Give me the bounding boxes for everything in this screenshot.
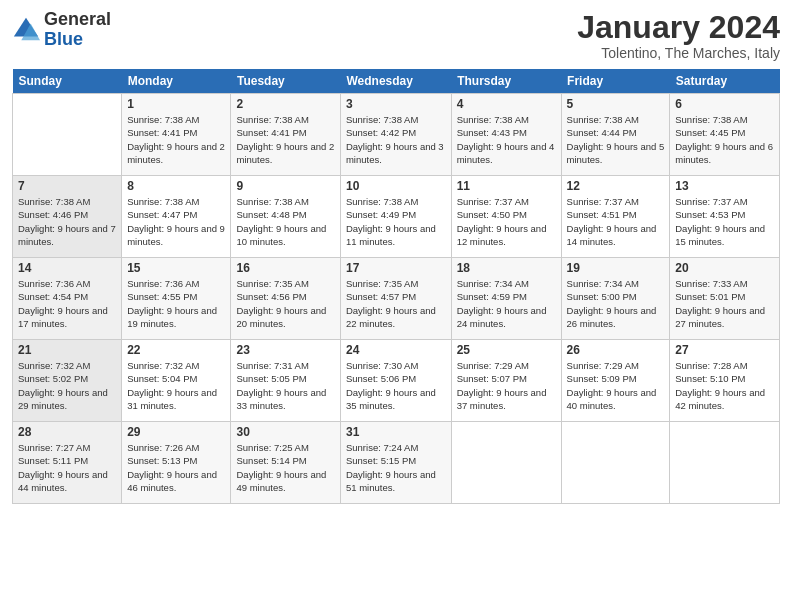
table-row: 17Sunrise: 7:35 AMSunset: 4:57 PMDayligh…: [340, 258, 451, 340]
col-sunday: Sunday: [13, 69, 122, 94]
day-info: Sunrise: 7:34 AMSunset: 5:00 PMDaylight:…: [567, 278, 657, 329]
day-number: 7: [18, 179, 116, 193]
day-info: Sunrise: 7:24 AMSunset: 5:15 PMDaylight:…: [346, 442, 436, 493]
day-number: 1: [127, 97, 225, 111]
table-row: 6Sunrise: 7:38 AMSunset: 4:45 PMDaylight…: [670, 94, 780, 176]
day-info: Sunrise: 7:37 AMSunset: 4:53 PMDaylight:…: [675, 196, 765, 247]
table-row: 26Sunrise: 7:29 AMSunset: 5:09 PMDayligh…: [561, 340, 670, 422]
day-number: 13: [675, 179, 774, 193]
day-number: 29: [127, 425, 225, 439]
table-row: 9Sunrise: 7:38 AMSunset: 4:48 PMDaylight…: [231, 176, 340, 258]
table-row: 13Sunrise: 7:37 AMSunset: 4:53 PMDayligh…: [670, 176, 780, 258]
calendar-table: Sunday Monday Tuesday Wednesday Thursday…: [12, 69, 780, 504]
table-row: 19Sunrise: 7:34 AMSunset: 5:00 PMDayligh…: [561, 258, 670, 340]
calendar-week-5: 28Sunrise: 7:27 AMSunset: 5:11 PMDayligh…: [13, 422, 780, 504]
day-info: Sunrise: 7:29 AMSunset: 5:09 PMDaylight:…: [567, 360, 657, 411]
day-info: Sunrise: 7:38 AMSunset: 4:47 PMDaylight:…: [127, 196, 225, 247]
day-number: 30: [236, 425, 334, 439]
day-number: 28: [18, 425, 116, 439]
calendar-week-3: 14Sunrise: 7:36 AMSunset: 4:54 PMDayligh…: [13, 258, 780, 340]
day-number: 6: [675, 97, 774, 111]
day-info: Sunrise: 7:34 AMSunset: 4:59 PMDaylight:…: [457, 278, 547, 329]
day-number: 3: [346, 97, 446, 111]
day-number: 8: [127, 179, 225, 193]
calendar-week-4: 21Sunrise: 7:32 AMSunset: 5:02 PMDayligh…: [13, 340, 780, 422]
table-row: 18Sunrise: 7:34 AMSunset: 4:59 PMDayligh…: [451, 258, 561, 340]
table-row: 12Sunrise: 7:37 AMSunset: 4:51 PMDayligh…: [561, 176, 670, 258]
table-row: [670, 422, 780, 504]
day-info: Sunrise: 7:38 AMSunset: 4:48 PMDaylight:…: [236, 196, 326, 247]
day-info: Sunrise: 7:38 AMSunset: 4:41 PMDaylight:…: [127, 114, 225, 165]
table-row: 28Sunrise: 7:27 AMSunset: 5:11 PMDayligh…: [13, 422, 122, 504]
day-info: Sunrise: 7:37 AMSunset: 4:51 PMDaylight:…: [567, 196, 657, 247]
table-row: 7Sunrise: 7:38 AMSunset: 4:46 PMDaylight…: [13, 176, 122, 258]
day-info: Sunrise: 7:38 AMSunset: 4:49 PMDaylight:…: [346, 196, 436, 247]
day-number: 27: [675, 343, 774, 357]
day-info: Sunrise: 7:31 AMSunset: 5:05 PMDaylight:…: [236, 360, 326, 411]
table-row: 27Sunrise: 7:28 AMSunset: 5:10 PMDayligh…: [670, 340, 780, 422]
col-saturday: Saturday: [670, 69, 780, 94]
day-number: 17: [346, 261, 446, 275]
day-number: 10: [346, 179, 446, 193]
table-row: 31Sunrise: 7:24 AMSunset: 5:15 PMDayligh…: [340, 422, 451, 504]
table-row: 2Sunrise: 7:38 AMSunset: 4:41 PMDaylight…: [231, 94, 340, 176]
table-row: 20Sunrise: 7:33 AMSunset: 5:01 PMDayligh…: [670, 258, 780, 340]
day-number: 18: [457, 261, 556, 275]
calendar-week-2: 7Sunrise: 7:38 AMSunset: 4:46 PMDaylight…: [13, 176, 780, 258]
day-info: Sunrise: 7:38 AMSunset: 4:44 PMDaylight:…: [567, 114, 665, 165]
day-number: 5: [567, 97, 665, 111]
table-row: 5Sunrise: 7:38 AMSunset: 4:44 PMDaylight…: [561, 94, 670, 176]
day-number: 16: [236, 261, 334, 275]
day-number: 12: [567, 179, 665, 193]
title-block: January 2024 Tolentino, The Marches, Ita…: [577, 10, 780, 61]
table-row: 1Sunrise: 7:38 AMSunset: 4:41 PMDaylight…: [122, 94, 231, 176]
logo-icon: [12, 16, 40, 44]
logo-text: General Blue: [44, 10, 111, 50]
table-row: 30Sunrise: 7:25 AMSunset: 5:14 PMDayligh…: [231, 422, 340, 504]
day-number: 22: [127, 343, 225, 357]
day-number: 11: [457, 179, 556, 193]
col-friday: Friday: [561, 69, 670, 94]
day-info: Sunrise: 7:29 AMSunset: 5:07 PMDaylight:…: [457, 360, 547, 411]
logo: General Blue: [12, 10, 111, 50]
table-row: 21Sunrise: 7:32 AMSunset: 5:02 PMDayligh…: [13, 340, 122, 422]
table-row: 8Sunrise: 7:38 AMSunset: 4:47 PMDaylight…: [122, 176, 231, 258]
col-wednesday: Wednesday: [340, 69, 451, 94]
day-info: Sunrise: 7:27 AMSunset: 5:11 PMDaylight:…: [18, 442, 108, 493]
table-row: 15Sunrise: 7:36 AMSunset: 4:55 PMDayligh…: [122, 258, 231, 340]
day-number: 23: [236, 343, 334, 357]
table-row: 11Sunrise: 7:37 AMSunset: 4:50 PMDayligh…: [451, 176, 561, 258]
day-number: 26: [567, 343, 665, 357]
day-info: Sunrise: 7:26 AMSunset: 5:13 PMDaylight:…: [127, 442, 217, 493]
day-number: 19: [567, 261, 665, 275]
table-row: 4Sunrise: 7:38 AMSunset: 4:43 PMDaylight…: [451, 94, 561, 176]
table-row: 24Sunrise: 7:30 AMSunset: 5:06 PMDayligh…: [340, 340, 451, 422]
day-info: Sunrise: 7:38 AMSunset: 4:46 PMDaylight:…: [18, 196, 116, 247]
table-row: 23Sunrise: 7:31 AMSunset: 5:05 PMDayligh…: [231, 340, 340, 422]
table-row: [561, 422, 670, 504]
col-thursday: Thursday: [451, 69, 561, 94]
table-row: [13, 94, 122, 176]
day-number: 24: [346, 343, 446, 357]
day-info: Sunrise: 7:35 AMSunset: 4:56 PMDaylight:…: [236, 278, 326, 329]
day-info: Sunrise: 7:25 AMSunset: 5:14 PMDaylight:…: [236, 442, 326, 493]
day-number: 21: [18, 343, 116, 357]
logo-general: General: [44, 9, 111, 29]
calendar-week-1: 1Sunrise: 7:38 AMSunset: 4:41 PMDaylight…: [13, 94, 780, 176]
day-info: Sunrise: 7:38 AMSunset: 4:41 PMDaylight:…: [236, 114, 334, 165]
day-info: Sunrise: 7:32 AMSunset: 5:04 PMDaylight:…: [127, 360, 217, 411]
day-number: 25: [457, 343, 556, 357]
day-info: Sunrise: 7:36 AMSunset: 4:55 PMDaylight:…: [127, 278, 217, 329]
day-info: Sunrise: 7:28 AMSunset: 5:10 PMDaylight:…: [675, 360, 765, 411]
day-number: 2: [236, 97, 334, 111]
day-info: Sunrise: 7:33 AMSunset: 5:01 PMDaylight:…: [675, 278, 765, 329]
day-info: Sunrise: 7:32 AMSunset: 5:02 PMDaylight:…: [18, 360, 108, 411]
day-info: Sunrise: 7:35 AMSunset: 4:57 PMDaylight:…: [346, 278, 436, 329]
col-monday: Monday: [122, 69, 231, 94]
day-number: 31: [346, 425, 446, 439]
day-info: Sunrise: 7:38 AMSunset: 4:43 PMDaylight:…: [457, 114, 555, 165]
month-year: January 2024: [577, 10, 780, 45]
day-number: 4: [457, 97, 556, 111]
day-number: 9: [236, 179, 334, 193]
table-row: 29Sunrise: 7:26 AMSunset: 5:13 PMDayligh…: [122, 422, 231, 504]
